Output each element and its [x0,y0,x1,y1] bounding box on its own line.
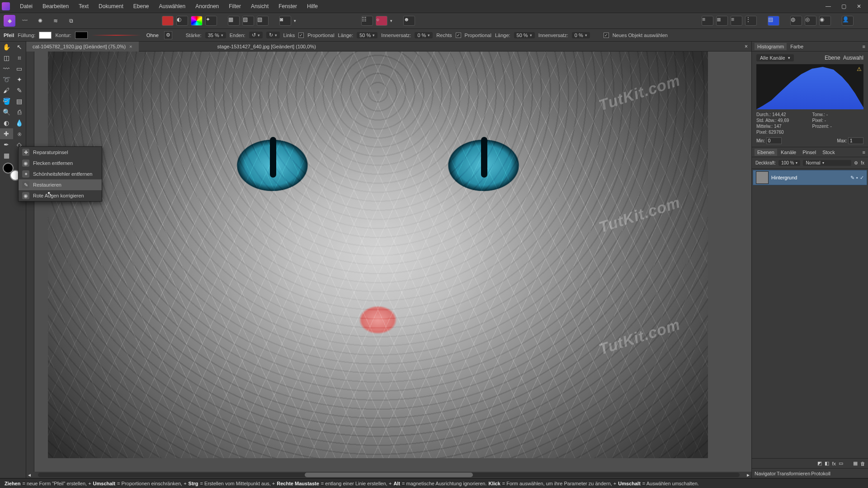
panel-menu-icon[interactable]: ≡ [863,44,865,49]
group-icon[interactable]: ▭ [839,460,843,466]
smudge-tool-icon[interactable]: 💧 [13,117,26,128]
inset-right-dropdown[interactable]: 0 % [572,32,590,38]
view-tool-icon[interactable]: ◫ [0,52,13,63]
stroke-preview-icon[interactable] [91,35,141,36]
fill-tool-icon[interactable]: 🪣 [0,96,13,107]
prop-right-checkbox[interactable]: ✓ [456,33,461,38]
brush-tool-icon[interactable]: 🖌 [0,85,13,96]
menu-datei[interactable]: Datei [15,1,37,11]
layer-edit-icon[interactable]: ✎ [850,175,854,181]
align-center-icon[interactable]: ≣ [716,16,728,26]
scrollbar-thumb[interactable] [305,473,473,477]
max-input[interactable] [848,137,863,144]
fill-swatch[interactable] [39,32,52,39]
length-left-dropdown[interactable]: 50 % [357,32,377,38]
blendmode-dropdown[interactable]: Normal [803,160,851,166]
persona-photo-icon[interactable]: ◆ [4,15,15,27]
layer-thumbnail-icon[interactable] [756,171,769,184]
panel-menu-icon[interactable]: ≡ [863,150,865,155]
menu-dokument[interactable]: Dokument [94,1,128,11]
stamp-tool-icon[interactable]: ⎙ [13,107,26,117]
menu-anordnen[interactable]: Anordnen [191,1,223,11]
menu-auswaehlen[interactable]: Auswählen [154,1,190,11]
tab-close-icon[interactable]: × [129,44,132,49]
quickmask-icon[interactable]: ◙ [279,16,291,26]
persona-liquify-icon[interactable]: 〰 [19,15,31,27]
layer-row[interactable]: Hintergrund ✎ ▪ ✓ [753,170,867,185]
stroke-swatch[interactable] [75,32,88,39]
menu-filter[interactable]: Filter [224,1,245,11]
zoom-tool-icon[interactable]: 🔍 [0,107,13,117]
window-maximize-button[interactable]: ▢ [836,1,851,11]
pen-tool-icon[interactable]: ✒ [0,139,13,150]
window-close-button[interactable]: ✕ [852,1,866,11]
menu-text[interactable]: Text [74,1,93,11]
selection-brush-icon[interactable]: 〰 [0,63,13,74]
histo-auswahl-button[interactable]: Auswahl [843,55,863,61]
autocolor-icon[interactable]: ✦ [205,16,217,26]
marquee-tool-icon[interactable]: ▭ [13,63,26,74]
assistant-icon[interactable]: ☻ [403,16,415,26]
length-right-dropdown[interactable]: 50 % [514,32,535,38]
gear-icon[interactable]: ⚙ [164,31,172,39]
flyout-schoenheitsfehler[interactable]: ✦Schönheitsfehler entfernen [19,169,102,179]
tab-cat-image[interactable]: cat-1045782_1920.jpg [Geändert] (75,0%) … [26,42,139,52]
min-input[interactable] [766,137,782,144]
fx-icon[interactable]: fx [832,461,836,466]
menu-hilfe[interactable]: Hilfe [302,1,322,11]
channel-dropdown[interactable]: Alle Kanäle [756,54,794,61]
crop-tool-icon[interactable]: ⌗ [13,52,26,63]
swatch-red-icon[interactable] [162,16,174,26]
snap-icon[interactable]: ⟐ [376,16,387,26]
tab-ebenen[interactable]: Ebenen [755,149,777,156]
selection-sub-icon[interactable]: ▨ [242,16,254,26]
canvas-stage[interactable]: TutKit.com TutKit.com TutKit.com [34,52,751,472]
tab-histogramm[interactable]: Histogramm [755,43,787,50]
tab-stock[interactable]: Stock [820,149,838,156]
color-wheel-icon[interactable] [191,16,203,26]
histo-ebene-button[interactable]: Ebene [825,55,840,61]
hand-tool-icon[interactable]: ✋ [0,42,13,52]
lasso-tool-icon[interactable]: ➰ [0,74,13,85]
warning-icon[interactable]: ⚠ [857,66,862,72]
menu-ebene[interactable]: Ebene [129,1,154,11]
live-stack-icon[interactable]: ◍ [790,16,802,26]
window-minimize-button[interactable]: — [821,1,835,11]
arrange-icon[interactable]: ☷ [361,16,373,26]
flood-select-icon[interactable]: ✦ [13,74,26,85]
adjust-icon[interactable]: ◧ [825,460,829,466]
ends-right-dropdown[interactable]: ↻ [266,32,280,38]
gradient-tool-icon[interactable]: ▤ [13,96,26,107]
align-right-icon[interactable]: ≡ [731,16,742,26]
menu-ansicht[interactable]: Ansicht [246,1,273,11]
persona-export-icon[interactable]: ⧉ [65,15,77,27]
flyout-restaurieren[interactable]: ✎Restaurieren [19,179,102,190]
menu-bearbeiten[interactable]: Bearbeiten [38,1,73,11]
healing-tool-icon[interactable]: ✚ [0,128,13,139]
account-icon[interactable]: 👤 [842,16,854,26]
clone-tool-icon[interactable]: ⍟ [13,128,26,139]
persona-develop-icon[interactable]: ✺ [34,15,46,27]
tab-transformieren[interactable]: Transformieren [777,471,810,476]
live-stack3-icon[interactable]: ◉ [819,16,831,26]
flyout-flecken[interactable]: ◉Flecken entfernen [19,158,102,169]
pencil-tool-icon[interactable]: ✎ [13,85,26,96]
strength-dropdown[interactable]: 35 % [205,32,226,38]
newobj-checkbox[interactable]: ✓ [604,33,609,38]
mask-icon[interactable]: ◩ [817,460,822,466]
flyout-reparaturpinsel[interactable]: ✚Reparaturpinsel [19,147,102,158]
layer-gear-icon[interactable]: ⚙ [854,160,858,165]
tabgroup-close-icon[interactable]: × [741,43,751,50]
add-layer-icon[interactable]: ▦ [853,460,858,466]
tab-navigator[interactable]: Navigator [755,471,776,476]
layer-fx-icon[interactable]: fx [861,160,864,165]
inset-left-dropdown[interactable]: 0 % [415,32,433,38]
tab-stage-image[interactable]: stage-1531427_640.jpg [Geändert] (100,0%… [211,42,322,52]
flyout-rote-augen[interactable]: ◉Rote Augen korrigieren [19,190,102,201]
opacity-dropdown[interactable]: 100 % [778,160,800,166]
order-icon[interactable]: ▤ [768,16,779,26]
selection-add-icon[interactable]: ▦ [228,16,240,26]
tab-farbe[interactable]: Farbe [788,43,806,50]
tab-kanaele[interactable]: Kanäle [778,149,799,156]
menu-fenster[interactable]: Fenster [274,1,302,11]
